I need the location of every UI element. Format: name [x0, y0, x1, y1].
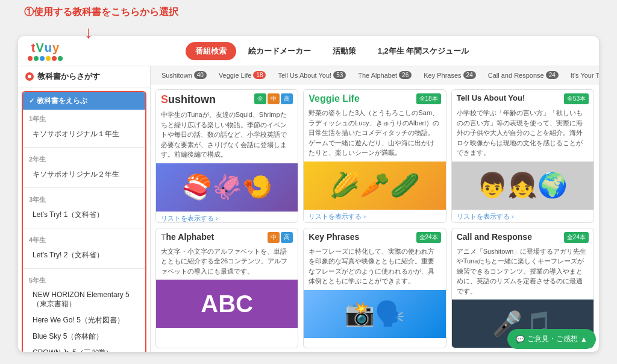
logo-t: t — [31, 41, 36, 55]
card-alphabet-image: ABC — [156, 280, 298, 328]
sidebar: 教科書からさがす ✓ 教科書をえらぶ 1年生 キソサポオリジナル１年生 2年生 … — [18, 66, 151, 352]
tab-schedule[interactable]: 1,2年生 年間スケジュール — [368, 42, 479, 60]
badge-all: 全 — [254, 93, 266, 104]
card-keyphrases-image: 📸🗣️ — [304, 290, 445, 338]
card-veggie-badges: 全18本 — [416, 93, 441, 104]
dropdown-selected-label: 教科書をえらぶ — [37, 96, 87, 106]
card-tell-title: Tell Us About You! — [457, 93, 525, 102]
badge-mid: 中 — [268, 93, 280, 104]
tell-characters: 👦👧🌍 — [477, 171, 568, 199]
grade-3-section: 3年生 Let's Try! 1（文科省） — [23, 190, 145, 225]
badge-mid-alpha: 中 — [268, 232, 280, 243]
tab-tell-badge: 53 — [333, 71, 346, 79]
card-callresponse-count: 全24本 — [564, 232, 589, 243]
card-keyphrases-desc: キーフレーズに特化して、実際の使われ方を印象的な写真や映像とともに紹介。重要なフ… — [304, 246, 445, 290]
dot-yellow — [46, 56, 51, 61]
card-tell: Tell Us About You! 全53本 小学校で学ぶ「年齢の言い方」「欲… — [451, 89, 594, 223]
card-callresponse-desc: アニメ「Sushitown」に登場するアガリ先生やTunaたちと一緒に楽しくキー… — [452, 246, 594, 300]
veggie-characters: 🌽🥕🥒 — [330, 171, 420, 199]
tab-callresponse[interactable]: Call and Response 24 — [482, 66, 565, 84]
card-tell-header: Tell Us About You! 全53本 — [452, 90, 594, 108]
grade-1-item-0[interactable]: キソサポオリジナル１年生 — [23, 126, 145, 142]
card-alphabet-badges: 中 高 — [268, 232, 293, 243]
main-wrapper: t V u y 番組検索 絵カードメーカー 活動策 1,2年生 年間ス — [18, 36, 599, 352]
grade-3-label: 3年生 — [23, 193, 145, 207]
nav-tabs: 番組検索 絵カードメーカー 活動策 1,2年生 年間スケジュール — [75, 42, 589, 60]
grade-3-item-0[interactable]: Let's Try! 1（文科省） — [23, 207, 145, 223]
divider-3 — [23, 228, 145, 228]
grade-5-section: 5年生 NEW HORIZON Elementary 5（東京書籍） Here … — [23, 271, 145, 352]
logo-y: y — [52, 41, 59, 55]
card-veggie-image: 🌽🥕🥒 — [304, 162, 445, 210]
tab-tell[interactable]: Tell Us About You! 53 — [272, 66, 352, 84]
card-tell-link[interactable]: リストを表示する › — [452, 210, 594, 223]
card-callresponse-badges: 全24本 — [564, 232, 589, 243]
logo-dots — [28, 56, 63, 61]
annotation-area: ①使用する教科書をこちらから選択 ↓ — [24, 6, 178, 19]
card-sushitown-image: 🍣🦑🍤 — [156, 163, 298, 212]
grade-5-item-1[interactable]: Here We Go! 5（光村図書） — [23, 312, 145, 328]
card-sushitown-link[interactable]: リストを表示する › — [156, 212, 298, 223]
feedback-icon: 💬 — [516, 335, 525, 344]
card-keyphrases-header: Key Phrases 全24本 — [304, 228, 445, 246]
divider-1 — [23, 147, 145, 148]
tab-program-search[interactable]: 番組検索 — [186, 42, 236, 60]
sushitown-characters: 🍣🦑🍤 — [182, 173, 272, 201]
grade-4-section: 4年生 Let's Try! 2（文科省） — [23, 231, 145, 266]
feedback-button[interactable]: 💬 ご意見・ご感想 ▲ — [507, 329, 596, 349]
grade-2-section: 2年生 キソサポオリジナル２年生 — [23, 150, 145, 185]
grade-4-label: 4年生 — [23, 233, 145, 247]
tab-keyphrases[interactable]: Key Phrases 24 — [418, 66, 482, 84]
card-veggie-header: Veggie Life 全18本 — [304, 90, 445, 108]
card-keyphrases-count: 全24本 — [416, 232, 441, 243]
card-sushitown-title: Sushitown — [161, 93, 216, 106]
tab-activities[interactable]: 活動策 — [323, 42, 366, 60]
card-veggie-title: Veggie Life — [308, 93, 359, 104]
dot-blue — [40, 56, 45, 61]
grade-4-item-0[interactable]: Let's Try! 2（文科省） — [23, 247, 145, 263]
grade-5-item-0[interactable]: NEW HORIZON Elementary 5（東京書籍） — [23, 287, 145, 312]
chevron-up-icon: ▲ — [580, 335, 587, 344]
card-alphabet-title: The Alphabet — [161, 232, 214, 242]
tab-bar: Sushitown 40 Veggie Life 18 Tell Us Abou… — [151, 66, 599, 84]
badge-elem-alpha: 高 — [281, 232, 293, 243]
tab-callresponse-badge: 24 — [546, 71, 559, 79]
tab-card-maker[interactable]: 絵カードメーカー — [239, 42, 321, 60]
header: t V u y 番組検索 絵カードメーカー 活動策 1,2年生 年間ス — [18, 36, 599, 66]
card-callresponse-header: Call and Response 全24本 — [452, 228, 594, 246]
card-sushitown-desc: 中学生のTunaが、友達のSquid、Shrimpたちと繰り広げる楽しい物語。季… — [156, 110, 298, 163]
sidebar-header: 教科書からさがす — [18, 66, 150, 87]
tab-alphabet[interactable]: The Alphabet 26 — [352, 66, 418, 84]
tab-veggie[interactable]: Veggie Life 18 — [213, 66, 272, 84]
card-tell-count: 全53本 — [564, 93, 589, 104]
grade-5-item-2[interactable]: Blue Sky 5（啓林館） — [23, 328, 145, 345]
dropdown-selected[interactable]: ✓ 教科書をえらぶ — [23, 92, 145, 110]
grade-2-item-0[interactable]: キソサポオリジナル２年生 — [23, 166, 145, 183]
check-icon: ✓ — [29, 97, 34, 105]
divider-2 — [23, 187, 145, 188]
annotation-arrow: ↓ — [84, 23, 93, 42]
card-veggie-desc: 野菜の姿をした3人（とうもろこしのSam、ラディッシュのLucy、きゅうりのAl… — [304, 108, 445, 162]
grade-5-label: 5年生 — [23, 274, 145, 287]
badge-elem: 高 — [281, 93, 293, 104]
dot-green — [34, 56, 39, 61]
alphabet-chars: ABC — [201, 290, 253, 318]
radio-icon — [25, 72, 34, 81]
keyphrases-icon: 📸🗣️ — [345, 300, 405, 328]
card-alphabet: The Alphabet 中 高 大文字・小文字のアルファベットを、単語とともに… — [155, 228, 298, 349]
card-veggie-link[interactable]: リストを表示する › — [304, 210, 445, 223]
card-alphabet-header: The Alphabet 中 高 — [156, 228, 298, 246]
card-sushitown-header: Sushitown 全 中 高 — [156, 90, 298, 110]
main-content: Sushitown 40 Veggie Life 18 Tell Us Abou… — [151, 66, 599, 352]
card-alphabet-desc: 大文字・小文字のアルファベットを、単語とともに紹介する全26コンテンツ。アルファ… — [156, 246, 298, 280]
card-tell-desc: 小学校で学ぶ「年齢の言い方」「欲しいものの言い方」等の表現を使って、実際に海外の… — [452, 108, 594, 162]
card-keyphrases-title: Key Phrases — [308, 232, 359, 242]
tab-yourturn[interactable]: It's Your Turn! — [565, 67, 599, 84]
grade-5-item-3[interactable]: CROWN Jr. 5（三省堂） — [23, 345, 145, 352]
card-veggie: Veggie Life 全18本 野菜の姿をした3人（とうもろこしのSam、ラデ… — [303, 89, 446, 223]
card-tell-badges: 全53本 — [564, 93, 589, 104]
tab-sushitown[interactable]: Sushitown 40 — [155, 66, 213, 84]
grade-2-label: 2年生 — [23, 152, 145, 166]
logo-u: u — [45, 41, 52, 55]
cards-grid: Sushitown 全 中 高 中学生のTunaが、友達のSquid、Shrim… — [151, 84, 599, 352]
